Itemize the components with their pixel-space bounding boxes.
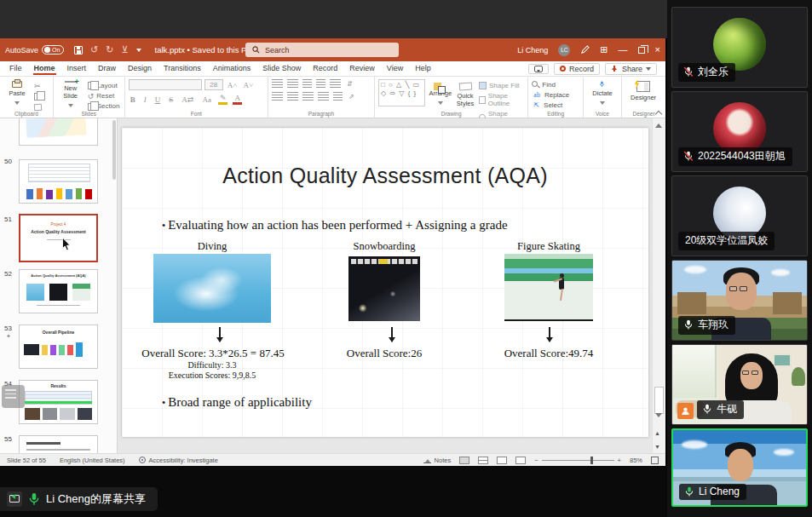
shape-outline-button[interactable]: Shape Outline xyxy=(479,92,524,107)
font-size-box[interactable]: 28 xyxy=(204,79,223,90)
comments-button[interactable] xyxy=(528,64,549,74)
thumbnail-slide-50[interactable] xyxy=(19,159,98,204)
find-button[interactable]: Find xyxy=(532,81,579,89)
language-status[interactable]: English (United States) xyxy=(60,457,125,464)
thumbnail-scrollbar[interactable] xyxy=(112,120,116,180)
close-icon[interactable]: × xyxy=(655,45,660,55)
tab-review[interactable]: Review xyxy=(343,62,381,75)
column-label-diving[interactable]: Diving xyxy=(153,240,271,253)
accessibility-status[interactable]: Accessibility: Investigate xyxy=(139,457,218,464)
tab-view[interactable]: View xyxy=(381,62,409,75)
copy-button[interactable] xyxy=(34,93,42,101)
format-painter-button[interactable] xyxy=(34,102,42,111)
reset-button[interactable]: ↺Reset xyxy=(88,92,120,101)
column-label-snowboarding[interactable]: Snowboarding xyxy=(331,240,437,253)
numbering-icon[interactable] xyxy=(287,79,298,88)
tab-record[interactable]: Record xyxy=(307,62,343,75)
participant-tile[interactable]: 车翔玖 xyxy=(671,260,808,341)
record-button[interactable]: Record xyxy=(554,63,600,75)
slide-sorter-view-icon[interactable] xyxy=(478,457,488,464)
replace-button[interactable]: abReplace xyxy=(532,91,579,99)
diving-score[interactable]: Overall Score: 3.3*26.5 = 87.45 xyxy=(115,347,311,360)
tab-design[interactable]: Design xyxy=(122,62,158,75)
zoom-in-icon[interactable]: + xyxy=(618,457,621,464)
italic-button[interactable]: I xyxy=(142,95,148,104)
paste-button[interactable]: Paste xyxy=(3,79,31,107)
diving-difficulty[interactable]: Difficulty: 3.3 xyxy=(127,360,297,370)
ribbon-display-icon[interactable]: ⊞ xyxy=(600,45,608,55)
font-color-icon[interactable]: A xyxy=(233,94,242,105)
participant-tile[interactable]: 刘全乐 xyxy=(671,7,808,88)
tab-help[interactable]: Help xyxy=(409,62,437,75)
collapse-ribbon-icon[interactable] xyxy=(655,109,662,116)
new-slide-button[interactable]: New Slide xyxy=(57,79,84,107)
zoom-slider-thumb[interactable] xyxy=(590,457,593,464)
scroll-up-icon[interactable] xyxy=(655,120,662,128)
redo-icon[interactable]: ↻ xyxy=(106,45,113,55)
share-button[interactable]: Share xyxy=(605,63,657,75)
slide-bullet-2[interactable]: Broad range of applicability xyxy=(162,395,312,410)
justify-icon[interactable] xyxy=(318,92,329,101)
undo-icon[interactable]: ↺ xyxy=(90,45,98,55)
shapes-gallery[interactable]: □ ○ △ ╲ ▭ ◇ ⇨ ▽ { } xyxy=(378,79,425,106)
fit-slide-icon[interactable] xyxy=(651,457,659,464)
section-button[interactable]: Section xyxy=(88,102,120,111)
reading-view-icon[interactable] xyxy=(497,457,507,464)
align-center-icon[interactable] xyxy=(287,92,298,101)
thumbnail-slide-54[interactable]: Results xyxy=(19,380,98,424)
select-button[interactable]: ⇱Select xyxy=(532,101,579,109)
designer-button[interactable]: Designer xyxy=(625,79,661,107)
diving-image[interactable] xyxy=(153,254,271,323)
strikethrough-button[interactable]: S xyxy=(167,95,175,104)
zoom-slider[interactable]: − + xyxy=(534,457,621,464)
shape-fill-button[interactable]: Shape Fill xyxy=(479,82,524,89)
participant-tile-active-speaker[interactable]: Li Cheng xyxy=(671,428,808,507)
scroll-down-icon[interactable] xyxy=(655,413,662,421)
restore-icon[interactable] xyxy=(638,47,645,54)
highlight-color-icon[interactable]: ✎ xyxy=(218,94,228,105)
zoom-percentage[interactable]: 85% xyxy=(630,457,642,464)
cut-button[interactable]: ✂ xyxy=(34,82,42,91)
shrink-font-icon[interactable]: A˅ xyxy=(241,81,255,89)
align-right-icon[interactable] xyxy=(302,92,314,101)
account-avatar[interactable]: LC xyxy=(558,44,570,56)
scroll-thumb[interactable] xyxy=(654,387,664,414)
snowboarding-image[interactable] xyxy=(348,256,420,321)
smartart-convert-icon[interactable]: ⇗ xyxy=(347,93,356,101)
account-name[interactable]: Li Cheng xyxy=(517,46,548,55)
layout-button[interactable]: Layout xyxy=(88,82,120,90)
participant-tile[interactable]: 2022544043田朝旭 xyxy=(671,91,808,172)
dictate-button[interactable]: Dictate xyxy=(587,79,618,107)
thumbnail-slide-52[interactable]: Action Quality Assessment (AQA) xyxy=(19,269,98,313)
column-label-figure-skating[interactable]: Figure Skating xyxy=(488,240,609,253)
previous-slide-icon[interactable]: ▲ xyxy=(654,430,660,436)
annotation-toolbar-handle[interactable] xyxy=(2,385,25,408)
arrange-button[interactable]: Arrange xyxy=(429,79,452,107)
character-spacing-icon[interactable]: A⇄ xyxy=(180,95,195,104)
tab-transitions[interactable]: Transitions xyxy=(158,62,207,75)
slide-title[interactable]: Action Quality Assessment (AQA) xyxy=(122,164,648,188)
increase-indent-icon[interactable] xyxy=(316,79,325,88)
align-left-icon[interactable] xyxy=(272,92,283,101)
slideshow-view-icon[interactable] xyxy=(515,457,526,464)
bullets-icon[interactable] xyxy=(272,79,283,88)
start-slideshow-icon[interactable]: ⊻ xyxy=(121,45,128,55)
slide-scrollbar[interactable]: ▲ ▼ xyxy=(652,118,665,453)
save-icon[interactable] xyxy=(74,46,83,55)
tab-animations[interactable]: Animations xyxy=(207,62,257,75)
columns-icon[interactable] xyxy=(333,92,343,101)
screen-share-banner[interactable]: Li Cheng的屏幕共享 xyxy=(0,487,158,511)
change-case-icon[interactable]: Aa xyxy=(200,95,213,104)
line-spacing-icon[interactable] xyxy=(330,79,341,88)
figure-skating-score[interactable]: Overall Score:49.74 xyxy=(489,347,608,360)
thumbnail-slide-49-partial[interactable] xyxy=(19,118,98,146)
quick-styles-button[interactable]: Quick Styles xyxy=(455,79,475,107)
thumbnail-slide-51-selected[interactable]: Project 4 Action Quality Assessment xyxy=(19,214,98,262)
tab-draw[interactable]: Draw xyxy=(92,62,122,75)
minimize-icon[interactable]: — xyxy=(619,45,628,55)
slide-counter[interactable]: Slide 52 of 55 xyxy=(7,457,46,464)
slide-canvas[interactable]: Action Quality Assessment (AQA) Evaluati… xyxy=(122,128,648,437)
slide-bullet-1[interactable]: Evaluating how an action has been perfor… xyxy=(162,218,508,233)
next-slide-icon[interactable]: ▼ xyxy=(654,444,660,450)
normal-view-icon[interactable] xyxy=(459,457,469,464)
